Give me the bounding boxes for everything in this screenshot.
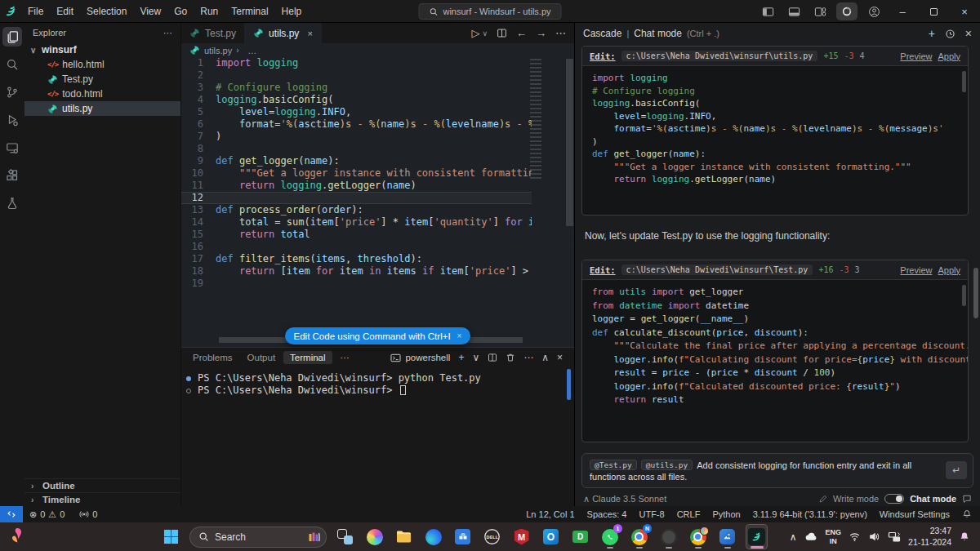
task-view-icon[interactable]: [334, 524, 356, 549]
menu-selection[interactable]: Selection: [80, 0, 133, 23]
status-bell-icon[interactable]: [962, 509, 972, 519]
customize-layout-icon[interactable]: [807, 0, 833, 23]
chat-mode-label[interactable]: Chat mode: [910, 494, 956, 504]
panel-collapse-icon[interactable]: ∧: [541, 352, 549, 363]
menu-go[interactable]: Go: [167, 0, 194, 23]
taskbar-search[interactable]: Search: [189, 527, 327, 548]
dell-icon[interactable]: DELL: [481, 524, 503, 549]
run-debug-icon[interactable]: [2, 110, 22, 130]
chrome-icon[interactable]: N: [628, 524, 650, 549]
panel-tabs-more-icon[interactable]: ⋯: [334, 350, 357, 365]
warnings-icon[interactable]: ⚠: [48, 509, 56, 520]
python-interpreter[interactable]: 3.11.9 64-bit ('3.11.9': pyenv): [753, 509, 867, 519]
tab-Test.py[interactable]: Test.py: [181, 23, 245, 43]
split-editor-icon[interactable]: [497, 28, 507, 38]
panel-tab-output[interactable]: Output: [241, 351, 283, 364]
panel-more-icon[interactable]: ⋯: [523, 352, 533, 363]
language-indicator[interactable]: ENGIN: [826, 528, 842, 545]
edit-file-path[interactable]: c:\Users\Neha Dwivedi\winsurf\Test.py: [621, 264, 813, 275]
onedrive-icon[interactable]: [804, 530, 818, 544]
remote-indicator[interactable]: [0, 506, 23, 522]
preview-link[interactable]: Preview: [900, 51, 932, 61]
menu-edit[interactable]: Edit: [50, 0, 80, 23]
tab-close-icon[interactable]: ×: [307, 29, 312, 38]
send-button[interactable]: ↵: [946, 461, 967, 479]
remote-icon[interactable]: [2, 138, 22, 158]
menu-view[interactable]: View: [133, 0, 167, 23]
outlook-icon[interactable]: O: [540, 524, 562, 549]
terminal-scrollbar[interactable]: [567, 369, 571, 400]
card-scrollbar[interactable]: [962, 71, 966, 92]
file-item-hello.html[interactable]: </>hello.html: [24, 57, 180, 72]
tray-expand-chevron[interactable]: ∧: [790, 531, 797, 543]
cascade-mode[interactable]: Chat mode: [634, 28, 682, 39]
mcafee-icon[interactable]: M: [510, 524, 532, 549]
notification-bell-icon[interactable]: [959, 531, 970, 543]
menu-terminal[interactable]: Terminal: [225, 0, 274, 23]
edit-file-path[interactable]: c:\Users\Neha Dwivedi\winsurf\utils.py: [621, 51, 818, 61]
testing-icon[interactable]: [2, 193, 22, 213]
card-scrollbar[interactable]: [962, 285, 966, 306]
cascade-scrollbar[interactable]: [973, 268, 978, 318]
cursor-position[interactable]: Ln 12, Col 1: [526, 509, 574, 519]
panel-tab-problems[interactable]: Problems: [186, 351, 239, 364]
dell-delivery-icon[interactable]: D: [569, 524, 591, 549]
run-chevron-icon[interactable]: ∨: [482, 29, 488, 38]
code-editor[interactable]: 1import logging23# Configure logging4log…: [181, 57, 532, 335]
minimap[interactable]: [530, 59, 541, 180]
taskbar-corner-logo[interactable]: [8, 527, 28, 546]
windsurf-icon[interactable]: [746, 524, 768, 549]
run-icon[interactable]: ▷: [471, 27, 479, 39]
new-terminal-icon[interactable]: +: [458, 352, 464, 363]
section-outline[interactable]: ›Outline: [24, 478, 180, 492]
network-share-icon[interactable]: [888, 531, 901, 544]
breadcrumb[interactable]: utils.py › …: [181, 43, 574, 57]
clock[interactable]: 23:4721-11-2024: [908, 526, 951, 548]
toggle-panel-icon[interactable]: [781, 0, 807, 23]
file-item-todo.html[interactable]: </>todo.html: [24, 87, 180, 101]
windsurf-settings[interactable]: Windsurf Settings: [880, 509, 950, 519]
preview-link[interactable]: Preview: [900, 265, 932, 275]
panel-close-icon[interactable]: ×: [557, 352, 563, 363]
menu-help[interactable]: Help: [275, 0, 309, 23]
errors-icon[interactable]: ⊗: [29, 509, 37, 520]
hint-close-icon[interactable]: ×: [457, 331, 462, 340]
write-mode-label[interactable]: Write mode: [833, 494, 879, 504]
chat-input[interactable]: @Test.py@utils.pyAdd consistent logging …: [581, 453, 973, 488]
file-item-utils.py[interactable]: utils.py: [24, 101, 180, 116]
broadcast-icon[interactable]: [79, 509, 89, 519]
edge-icon[interactable]: [422, 524, 444, 549]
file-explorer-icon[interactable]: [393, 524, 415, 549]
mode-toggle[interactable]: [884, 494, 904, 504]
encoding[interactable]: UTF-8: [639, 509, 664, 519]
terminal-chevron-icon[interactable]: ∨: [472, 352, 479, 363]
minimize-button[interactable]: –: [887, 0, 918, 23]
edit-code-block[interactable]: from utils import get_loggerfrom datetim…: [582, 280, 968, 413]
copilot-icon[interactable]: [363, 524, 385, 549]
indentation[interactable]: Spaces: 4: [587, 509, 627, 519]
tree-root-winsurf[interactable]: ∨winsurf: [24, 42, 180, 57]
chrome-profile-icon[interactable]: [687, 524, 709, 549]
store-icon[interactable]: [452, 524, 474, 549]
context-chip[interactable]: @utils.py: [641, 460, 693, 470]
whatsapp-icon[interactable]: 1: [599, 524, 621, 549]
cascade-toggle-icon[interactable]: [836, 2, 858, 20]
volume-icon[interactable]: [868, 531, 880, 543]
toggle-sidebar-icon[interactable]: [755, 0, 781, 23]
search-icon[interactable]: [2, 55, 22, 74]
shell-selector[interactable]: powershell: [390, 353, 450, 363]
start-button[interactable]: [160, 524, 182, 549]
menu-run[interactable]: Run: [194, 0, 225, 23]
back-icon[interactable]: ←: [516, 27, 527, 39]
menu-file[interactable]: File: [21, 0, 50, 23]
wifi-icon[interactable]: [849, 531, 861, 543]
apply-link[interactable]: Apply: [938, 265, 960, 275]
apply-link[interactable]: Apply: [938, 51, 960, 61]
panel-tab-terminal[interactable]: Terminal: [283, 351, 332, 364]
split-terminal-icon[interactable]: [488, 353, 497, 362]
model-selector[interactable]: Claude 3.5 Sonnet: [592, 494, 666, 504]
app-dark-icon[interactable]: [657, 524, 679, 549]
extensions-icon[interactable]: [2, 166, 22, 185]
edit-code-hint-button[interactable]: Edit Code using Command with Ctrl+I ×: [285, 327, 471, 344]
history-icon[interactable]: [945, 29, 956, 39]
